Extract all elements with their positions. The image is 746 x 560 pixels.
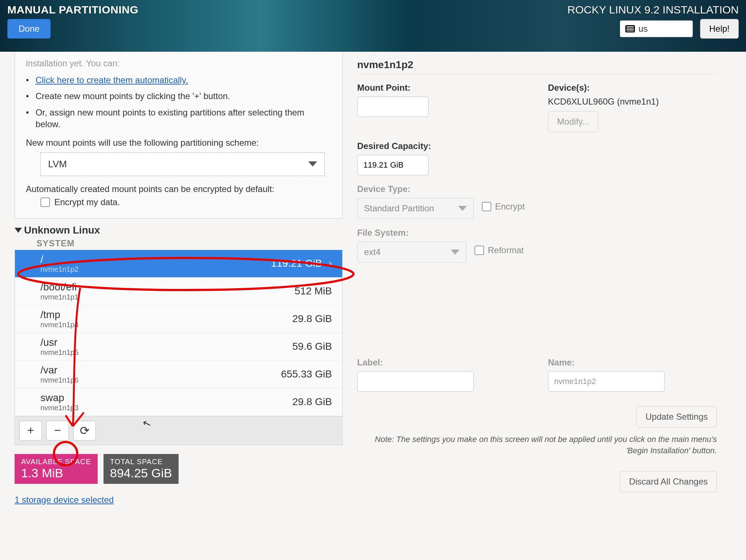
partition-row[interactable]: /tmpnvme1n1p429.8 GiB — [15, 305, 342, 333]
reformat-checkbox[interactable] — [474, 246, 484, 255]
page-title: MANUAL PARTITIONING — [7, 4, 138, 16]
total-space-badge: TOTAL SPACE 894.25 GiB — [103, 454, 179, 484]
partition-row[interactable]: /boot/efinvme1n1p1512 MiB — [15, 278, 342, 305]
encrypt-partition-label: Encrypt — [495, 201, 524, 212]
partition-size: 655.33 GiB — [281, 368, 332, 380]
encrypt-checkbox[interactable] — [40, 197, 50, 207]
encrypt-note: Automatically created mount points can b… — [26, 184, 331, 194]
partition-group-label: Unknown Linux — [24, 224, 100, 236]
partition-row[interactable]: swapnvme1n1p329.8 GiB — [15, 388, 342, 416]
mount-point-input[interactable] — [357, 97, 429, 117]
device-type-select[interactable]: Standard Partition — [357, 198, 474, 219]
partition-size: 119.21 GiB — [271, 258, 322, 269]
partition-size: 29.8 GiB — [292, 313, 332, 325]
modify-devices-button[interactable]: Modify... — [548, 111, 599, 132]
partition-mount: swap — [40, 392, 79, 404]
encrypt-partition-checkbox[interactable] — [482, 202, 491, 211]
partition-device: nvme1n1p6 — [40, 376, 79, 384]
done-button[interactable]: Done — [7, 19, 51, 39]
help-button[interactable]: Help! — [700, 19, 739, 39]
partition-size: 512 MiB — [294, 285, 332, 297]
partition-toolbar: + − ⟳ ↖ — [15, 416, 343, 445]
keyboard-layout-indicator[interactable]: us — [620, 20, 693, 37]
partition-device: nvme1n1p5 — [40, 348, 79, 357]
partition-row[interactable]: /varnvme1n1p6655.33 GiB — [15, 361, 342, 388]
scheme-select[interactable]: LVM — [40, 152, 325, 176]
available-space-badge: AVAILABLE SPACE 1.3 MiB — [15, 454, 98, 484]
partition-device: nvme1n1p3 — [40, 404, 79, 412]
capacity-input[interactable] — [357, 155, 429, 175]
partition-mount: /usr — [40, 337, 79, 348]
keyboard-layout-label: us — [638, 24, 648, 34]
device-type-label: Device Type: — [357, 184, 526, 194]
device-type-value: Standard Partition — [364, 203, 434, 214]
partition-subgroup-label: SYSTEM — [36, 238, 343, 248]
partition-device: nvme1n1p4 — [40, 321, 79, 329]
discard-changes-button[interactable]: Discard All Changes — [620, 471, 717, 492]
partition-size: 59.6 GiB — [292, 341, 332, 352]
keyboard-icon — [625, 25, 635, 32]
partition-list: /nvme1n1p2119.21 GiB›/boot/efinvme1n1p15… — [15, 250, 343, 416]
label-input[interactable] — [357, 371, 474, 392]
capacity-label: Desired Capacity: — [357, 141, 526, 151]
total-space-value: 894.25 GiB — [110, 466, 172, 480]
remove-partition-button[interactable]: − — [46, 421, 69, 440]
label-label: Label: — [357, 357, 526, 368]
partition-device: nvme1n1p1 — [40, 293, 79, 301]
available-space-label: AVAILABLE SPACE — [21, 458, 91, 466]
intro-create-text: Create new mount points by clicking the … — [35, 90, 230, 102]
autopart-link[interactable]: Click here to create them automatically. — [35, 74, 188, 86]
partition-size: 29.8 GiB — [292, 396, 332, 408]
storage-devices-link[interactable]: 1 storage device selected — [15, 495, 114, 505]
intro-cutoff-text: installation yet. You can: — [26, 58, 331, 68]
partition-row[interactable]: /nvme1n1p2119.21 GiB› — [15, 250, 342, 278]
partition-device: nvme1n1p2 — [40, 265, 79, 274]
total-space-label: TOTAL SPACE — [110, 458, 172, 466]
filesystem-value: ext4 — [364, 247, 380, 257]
reformat-label: Reformat — [488, 245, 524, 255]
update-settings-button[interactable]: Update Settings — [636, 406, 717, 427]
partition-mount: /boot/efi — [40, 281, 79, 293]
cursor-icon: ↖ — [141, 416, 155, 438]
caret-down-icon — [15, 228, 22, 233]
partition-mount: / — [40, 254, 79, 265]
scheme-label: New mount points will use the following … — [26, 138, 331, 148]
encrypt-checkbox-label: Encrypt my data. — [54, 197, 120, 207]
header: MANUAL PARTITIONING Done ROCKY LINUX 9.2… — [0, 0, 746, 52]
chevron-down-icon — [451, 250, 460, 255]
reload-button[interactable]: ⟳ — [73, 421, 96, 440]
chevron-right-icon: › — [329, 258, 332, 269]
filesystem-label: File System: — [357, 228, 526, 238]
intro-assign-text: Or, assign new mount points to existing … — [35, 107, 331, 130]
divider — [357, 74, 717, 74]
selected-partition-title: nvme1n1p2 — [357, 59, 717, 71]
scheme-value: LVM — [48, 158, 67, 170]
partition-row[interactable]: /usrnvme1n1p559.6 GiB — [15, 333, 342, 361]
name-label: Name: — [548, 357, 717, 368]
installer-title: ROCKY LINUX 9.2 INSTALLATION — [567, 4, 739, 16]
devices-label: Device(s): — [548, 83, 717, 93]
partition-mount: /tmp — [40, 309, 79, 321]
intro-panel: installation yet. You can: Click here to… — [15, 52, 343, 219]
partition-mount: /var — [40, 364, 79, 376]
add-partition-button[interactable]: + — [19, 421, 42, 440]
settings-note: Note: The settings you make on this scre… — [357, 434, 717, 457]
available-space-value: 1.3 MiB — [21, 466, 91, 480]
filesystem-select[interactable]: ext4 — [357, 242, 466, 263]
mount-point-label: Mount Point: — [357, 83, 526, 93]
name-input[interactable] — [548, 371, 665, 392]
partition-group-header[interactable]: Unknown Linux — [15, 224, 343, 236]
chevron-down-icon — [308, 161, 317, 167]
chevron-down-icon — [458, 206, 467, 211]
devices-value: KCD6XLUL960G (nvme1n1) — [548, 97, 717, 107]
